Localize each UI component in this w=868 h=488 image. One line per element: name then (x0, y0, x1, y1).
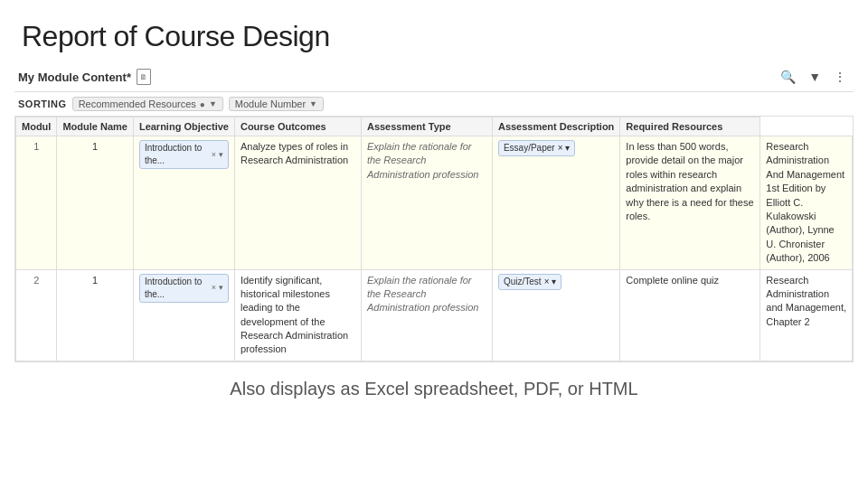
module-content-label: My Module Content* (18, 70, 131, 84)
col-assessment-type: Assessment Type (361, 117, 492, 136)
col-required-resources: Required Resources (620, 117, 760, 136)
row-1-learning-obj: Analyze types of roles in Research Admin… (234, 136, 361, 270)
content-table-wrapper: Modul Module Name Learning Objective Cou… (14, 117, 854, 362)
row-2-module-name-chevron[interactable]: ▾ (219, 282, 223, 294)
row-2-module-name: Introduction to the... × ▾ (133, 269, 234, 361)
row-1-module-name-chevron[interactable]: ▾ (219, 149, 223, 161)
sorting-label: SORTING (18, 99, 67, 109)
search-icon[interactable]: 🔍 (777, 68, 799, 86)
sort-tag-module[interactable]: Module Number ▼ (229, 97, 324, 111)
table-header-row: Modul Module Name Learning Objective Cou… (16, 117, 853, 136)
col-course-outcomes: Course Outcomes (234, 117, 361, 136)
table-row: 1 1 Introduction to the... × ▾ Analyze t… (16, 136, 853, 270)
row-2-learning-obj: Identify significant, historical milesto… (234, 269, 361, 361)
doc-icon: 🗎 (137, 69, 151, 85)
row-2-assessment-type: Quiz/Test × ▾ (492, 269, 619, 361)
row-2-assessment-chevron[interactable]: ▾ (552, 276, 556, 288)
row-1-assessment-close[interactable]: × (558, 142, 563, 155)
col-module-num: Modul (16, 117, 57, 136)
col-learning-obj: Learning Objective (133, 117, 234, 136)
row-1-course-outcomes: Explain the rationale for the Research A… (361, 136, 492, 270)
page-title: Report of Course Design (0, 0, 868, 62)
row-1-module-name-close[interactable]: × (212, 149, 216, 161)
col-module-name: Module Name (57, 117, 134, 136)
table-row: 2 1 Introduction to the... × ▾ Identify … (16, 269, 853, 361)
row-2-num: 2 (16, 269, 57, 361)
row-2-module-num: 1 (57, 269, 134, 361)
row-1-module-name: Introduction to the... × ▾ (133, 136, 234, 270)
row-2-assessment-close[interactable]: × (544, 276, 550, 288)
row-2-module-name-tag[interactable]: Introduction to the... × ▾ (139, 274, 229, 303)
row-2-assessment-tag[interactable]: Quiz/Test × ▾ (498, 274, 562, 290)
sort-tag-module-label: Module Number (235, 99, 306, 109)
row-1-assessment-chevron[interactable]: ▾ (565, 142, 570, 155)
row-2-required-resources: Research Administration and Management, … (760, 269, 853, 361)
sort-tag-recommended-arrow[interactable]: ▼ (209, 99, 217, 108)
filter-icon[interactable]: ▼ (805, 68, 825, 86)
row-2-course-outcomes: Explain the rationale for the Research A… (361, 269, 492, 361)
sort-tag-recommended-label: Recommended Resources (79, 99, 196, 109)
row-1-module-name-tag[interactable]: Introduction to the... × ▾ (139, 140, 229, 169)
row-2-assessment-desc: Complete online quiz (620, 269, 760, 361)
row-1-num: 1 (16, 136, 57, 270)
more-icon[interactable]: ⋮ (830, 68, 850, 86)
module-content-table: Modul Module Name Learning Objective Cou… (15, 117, 853, 361)
footer-text: Also displays as Excel spreadsheet, PDF,… (0, 362, 868, 399)
row-1-module-num: 1 (57, 136, 134, 270)
sort-tag-module-arrow[interactable]: ▼ (309, 99, 317, 108)
sort-tag-recommended-close[interactable]: ● (200, 99, 205, 109)
row-1-required-resources: Research Administration And Management 1… (760, 136, 853, 270)
module-header: My Module Content* 🗎 🔍 ▼ ⋮ (14, 62, 854, 92)
sorting-bar: SORTING Recommended Resources ● ▼ Module… (14, 92, 854, 117)
row-2-module-name-close[interactable]: × (212, 282, 216, 294)
sort-tag-recommended[interactable]: Recommended Resources ● ▼ (72, 97, 223, 111)
row-1-assessment-type: Essay/Paper × ▾ (492, 136, 619, 270)
col-assessment-desc: Assessment Description (492, 117, 619, 136)
row-1-assessment-desc: In less than 500 words, provide detail o… (620, 136, 760, 270)
row-1-assessment-tag[interactable]: Essay/Paper × ▾ (498, 140, 576, 156)
